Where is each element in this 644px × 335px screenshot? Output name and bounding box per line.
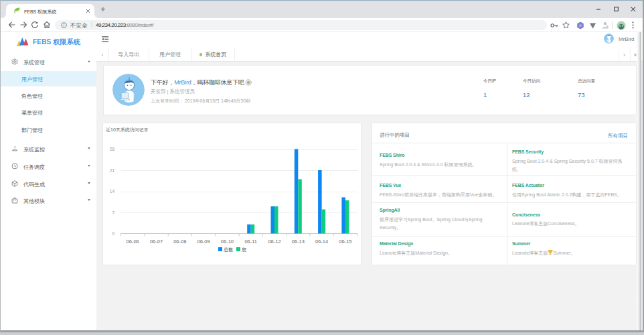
svg-text:06-12: 06-12: [268, 239, 280, 245]
svg-text:总数: 总数: [223, 247, 234, 252]
svg-text:06-06: 06-06: [127, 239, 139, 245]
svg-text:06-09: 06-09: [197, 239, 210, 245]
svg-text:06-14: 06-14: [315, 239, 328, 245]
svg-text:7: 7: [112, 210, 114, 215]
svg-text:您: 您: [241, 247, 246, 252]
svg-text:28: 28: [110, 147, 115, 151]
svg-text:06-10: 06-10: [221, 239, 234, 245]
svg-text:0: 0: [112, 231, 114, 236]
svg-text:14: 14: [110, 189, 115, 194]
svg-text:06-07: 06-07: [150, 239, 163, 245]
svg-text:06-15: 06-15: [339, 239, 351, 245]
svg-text:21: 21: [110, 168, 115, 173]
svg-text:06-11: 06-11: [244, 239, 257, 245]
svg-text:06-13: 06-13: [292, 239, 305, 245]
svg-text:06-08: 06-08: [173, 239, 186, 245]
